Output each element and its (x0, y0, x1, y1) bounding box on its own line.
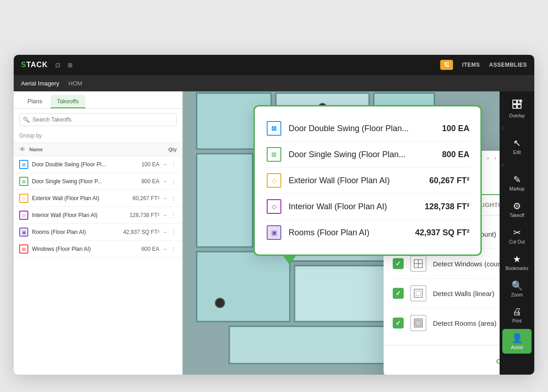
nav-hom[interactable]: HOM (68, 80, 82, 87)
table-row[interactable]: ◇ Exterior Wall (Floor Plan AI) 60,267 F… (14, 190, 182, 207)
search-input[interactable] (19, 113, 177, 126)
toolbar-print[interactable]: 🖨 Print (502, 303, 532, 327)
row-qty: 60,267 FT² (123, 195, 159, 201)
row-icon-door-double: ⊠ (19, 160, 28, 169)
expand-btn[interactable]: ⊡ (53, 61, 62, 69)
tooltip-row-qty: 42,937 SQ FT² (415, 228, 469, 238)
toolbar-markup[interactable]: ✎ Markup (502, 170, 532, 195)
nav-aerial[interactable]: Aerial Imagery (21, 80, 59, 87)
row-menu[interactable]: ⋮ (170, 161, 177, 168)
detect-label-walls: Detect Walls (linear) (433, 290, 494, 297)
takeoff-icon: ⚙ (513, 201, 521, 212)
toolbar-cutout[interactable]: ✂ Cut Out (502, 223, 532, 248)
row-menu[interactable]: ⋮ (170, 195, 177, 202)
logo-text: STACK (21, 61, 48, 69)
row-menu[interactable]: ⋮ (170, 212, 177, 219)
markup-icon: ✎ (513, 174, 521, 185)
tooltip-row-qty: 60,267 FT² (429, 176, 469, 185)
row-name: Rooms (Floor Plan AI) (32, 229, 123, 235)
tab-lighting[interactable]: LIGHTING (479, 195, 500, 216)
row-name: Interior Wall (Floor Plan AI) (32, 212, 123, 218)
row-menu[interactable]: ⋮ (170, 245, 177, 253)
cutout-label: Cut Out (509, 239, 525, 244)
search-box: 🔍 (19, 113, 177, 126)
tooltip-row-name: Door Double Swing (Floor Plan... (289, 124, 442, 133)
row-arrow: → (162, 246, 168, 252)
row-arrow: → (162, 195, 168, 201)
sidebar-tabs: Plans Takeoffs (14, 91, 182, 109)
modal-footer: Cancel Detect (4) (384, 345, 500, 375)
toolbar-zoom[interactable]: 🔍 Zoom (502, 276, 532, 301)
row-menu[interactable]: ⋮ (170, 178, 177, 185)
svg-rect-5 (197, 154, 253, 247)
tooltip-row: ◇ Interior Wall (Floor Plan AI) 128,738 … (266, 194, 469, 220)
toolbar-bookmarks[interactable]: ★ Bookmarks (502, 250, 532, 275)
assemblies-nav[interactable]: ASSEMBLIES (489, 62, 527, 68)
row-arrow: → (162, 161, 168, 168)
toolbar-assist[interactable]: 👤 Assist (502, 329, 532, 354)
row-arrow: → (162, 212, 168, 218)
tooltip-icon-door-double: ⊠ (266, 120, 282, 137)
chevron-left-icon[interactable]: ‹ (501, 124, 504, 132)
cancel-button[interactable]: Cancel (489, 353, 500, 370)
takeoff-label: Takeoff (510, 213, 524, 218)
bookmarks-icon: ★ (513, 254, 521, 265)
row-icon-windows: ⊠ (19, 244, 28, 254)
svg-text:+: + (520, 100, 522, 103)
assist-label: Assist (511, 345, 523, 350)
tooltip-row-qty: 100 EA (442, 124, 469, 133)
main-content: Plans Takeoffs 🔍 Group by 👁 Name Qty ⊠ D… (14, 91, 534, 375)
svg-rect-11 (295, 265, 388, 321)
tooltip-row: ▣ Rooms (Floor Plan AI) 42,937 SQ FT² (266, 220, 469, 245)
tab-takeoffs[interactable]: Takeoffs (51, 95, 85, 108)
col-name-header: Name (29, 147, 140, 152)
detect-label-windows: Detect Windows (count) (433, 260, 500, 268)
row-icon-int-wall: ◇ (19, 211, 28, 220)
bookmarks-label: Bookmarks (506, 266, 528, 271)
tooltip-bubble: ⊠ Door Double Swing (Floor Plan... 100 E… (253, 105, 482, 256)
svg-rect-10 (197, 252, 290, 322)
row-menu[interactable]: ⋮ (170, 228, 177, 236)
table-row[interactable]: ⊠ Door Double Swing (Floor Pl... 100 EA … (14, 156, 182, 173)
table-row[interactable]: ◇ Interior Wall (Floor Plan AI) 128,738 … (14, 207, 182, 224)
zoom-icon: 🔍 (511, 280, 523, 291)
external-btn[interactable]: ⊞ (66, 61, 74, 69)
tooltip-row-name: Interior Wall (Floor Plan AI) (289, 202, 425, 212)
row-name: Exterior Wall (Floor Plan AI) (32, 195, 123, 201)
row-qty: 128,738 FT² (123, 212, 159, 218)
row-icon-rooms: ▣ (19, 228, 28, 237)
tab-plans[interactable]: Plans (21, 95, 49, 108)
svg-rect-28 (513, 105, 516, 108)
detect-option-walls: ✓ Detect Walls (linear) (393, 279, 500, 308)
row-qty: 600 EA (123, 246, 159, 252)
svg-rect-13 (229, 326, 392, 364)
detect-label-rooms: Detect Rooms (area) (433, 319, 496, 327)
overlay-icon: + (511, 99, 522, 112)
table-row[interactable]: ⊠ Windows (Floor Plan AI) 600 EA → ⋮ (14, 241, 182, 258)
svg-rect-25 (416, 320, 421, 326)
drag-dots: • • • (480, 154, 498, 163)
toolbar-takeoff[interactable]: ⚙ Takeoff (502, 197, 532, 222)
tool-btn[interactable]: 🏗 (440, 60, 453, 70)
tooltip-icon-int-wall: ◇ (266, 198, 282, 215)
table-row[interactable]: ▣ Rooms (Floor Plan AI) 42,937 SQ FT² → … (14, 224, 182, 241)
checkbox-walls[interactable]: ✓ (393, 288, 404, 299)
visibility-icon: 👁 (19, 146, 26, 153)
detect-icon-windows (410, 255, 427, 272)
row-qty: 800 EA (123, 178, 159, 185)
row-name: Door Single Swing (Floor P... (32, 178, 123, 185)
checkbox-windows[interactable]: ✓ (393, 258, 404, 269)
toolbar-item-wrap-overlay: + Overlay (502, 95, 532, 122)
toolbar-edit[interactable]: ↖ Edit (502, 134, 532, 159)
top-bar-right: 🏗 ITEMS ASSEMBLIES (440, 60, 527, 70)
items-nav[interactable]: ITEMS (462, 62, 480, 68)
tooltip-row: ⊠ Door Double Swing (Floor Plan... 100 E… (266, 116, 469, 142)
table-row[interactable]: ⊠ Door Single Swing (Floor P... 800 EA →… (14, 173, 182, 190)
cutout-icon: ✂ (513, 227, 521, 238)
row-arrow: → (162, 178, 168, 185)
checkbox-rooms[interactable]: ✓ (393, 318, 404, 328)
row-arrow: → (162, 229, 168, 235)
toolbar-overlay[interactable]: + Overlay (502, 95, 532, 122)
chevron-left-icon-2[interactable]: ‹ (501, 160, 504, 169)
tooltip-row-name: Door Single Swing (Floor Plan... (289, 150, 442, 159)
